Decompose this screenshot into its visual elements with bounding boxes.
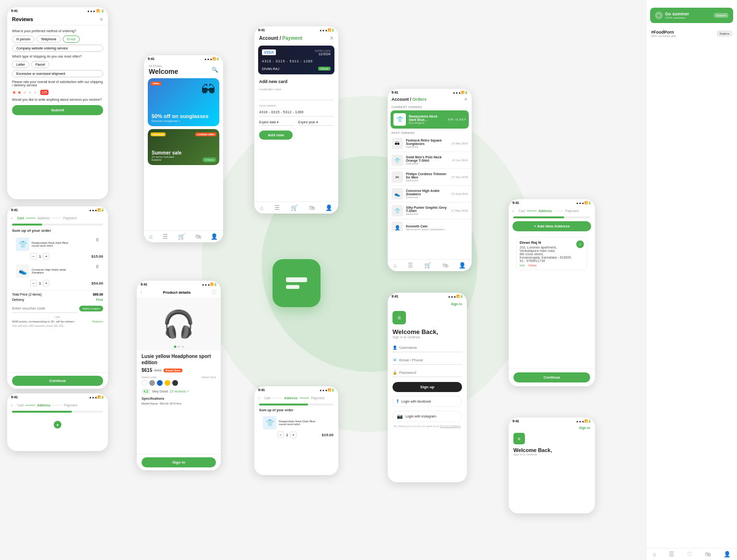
rp-list-icon[interactable]: ☰ [669, 551, 674, 558]
payment-list-icon[interactable]: ☰ [274, 204, 280, 211]
address-edit-link[interactable]: Edit [520, 264, 524, 267]
signin-title: Welcome Back, [392, 328, 462, 335]
search-icon[interactable]: 🔍 [212, 67, 218, 73]
product-reviews-link[interactable]: 23 reviews > [170, 390, 189, 393]
option-parcel[interactable]: Parcel [31, 61, 49, 68]
model-label: Model Name [142, 402, 158, 405]
payment-bag-icon[interactable]: 🛍 [309, 204, 315, 211]
cardholder-input[interactable] [259, 92, 333, 100]
orders-cart-icon[interactable]: 🛒 [424, 262, 431, 269]
star2: ★ [17, 90, 22, 95]
signin2-link[interactable]: Sign in [579, 426, 590, 429]
signin-link[interactable]: Sign in [451, 302, 462, 306]
payment-cart-icon[interactable]: 🛒 [291, 204, 298, 211]
current-order-item[interactable]: 👕 Rawpockets Neck Dark Blue... Not shipp… [391, 110, 469, 129]
swatch-yellow[interactable] [165, 380, 170, 386]
cart-continue-button[interactable]: Continue [12, 376, 103, 386]
order-item-1[interactable]: 🕶 Fastrack Retro Square Sunglasses Deliv… [388, 135, 472, 152]
cart-nav-icon[interactable]: 🛒 [178, 233, 185, 240]
rp-heart-icon[interactable]: ♡ [687, 551, 692, 558]
remove-item-2[interactable]: 🗑 [95, 264, 99, 269]
cart2-summary-label: Sum up of your order [259, 408, 333, 412]
option-excessive[interactable]: Excessive or oversized shipment [12, 70, 103, 77]
add-now-button[interactable]: Add now [259, 131, 293, 140]
password-input[interactable] [399, 369, 462, 377]
profile-nav-icon[interactable]: 👤 [211, 233, 218, 240]
remove-item-1[interactable]: 🗑 [95, 238, 99, 242]
cart2-qty-dec[interactable]: − [277, 431, 284, 438]
expire-year-select[interactable]: Expire year ▾ [298, 120, 334, 126]
orders-profile-icon[interactable]: 👤 [459, 262, 466, 269]
orders-close-icon[interactable]: ✕ [464, 97, 468, 102]
banner2-cta[interactable]: Explore [152, 158, 181, 161]
instagram-login-button[interactable]: 📷 Login with instagram [392, 411, 462, 422]
cart-back-icon[interactable]: ‹ [11, 216, 12, 221]
product-signin-button[interactable]: Sign in [142, 457, 216, 467]
product-heart-icon[interactable]: ♡ [212, 289, 217, 296]
redeem-link[interactable]: Redeem [92, 320, 103, 323]
option-letter[interactable]: Letter [12, 61, 29, 68]
expire-year-label: Expire year [298, 120, 315, 124]
signup-button[interactable]: Sign up [392, 382, 462, 392]
cart2-back-icon[interactable]: ‹ [258, 396, 260, 401]
address-continue-button[interactable]: Continue [513, 372, 590, 382]
expire-date-select[interactable]: Expire date ▾ [259, 120, 295, 126]
option-company-website[interactable]: Company website ordering service [12, 45, 103, 52]
cart3-status-bar: 9:41 ▲▲▲📶🔋 [7, 393, 108, 400]
cart3-back-icon[interactable]: ‹ [11, 403, 12, 408]
list-nav-icon[interactable]: ☰ [163, 233, 168, 240]
terms-link[interactable]: Terms & Conditions [440, 425, 461, 428]
order-item-5[interactable]: 👕 Silly Punter Graphic Grey T-Shirt Deli… [388, 203, 472, 219]
cart2-qty-inc[interactable]: + [290, 431, 297, 438]
order-item-4[interactable]: 👟 Converse High Ankle Sneakers Delivered… [388, 186, 472, 203]
email-input[interactable] [399, 356, 462, 364]
payment-profile-icon[interactable]: 👤 [325, 204, 333, 211]
orders-time: 9:41 [392, 91, 398, 94]
apply-coupon-button[interactable]: Apply coupon [79, 306, 103, 311]
card-number-input[interactable] [259, 108, 333, 117]
facebook-login-button[interactable]: f Login with facebook [392, 396, 462, 407]
order-item-6[interactable]: 👤 Kenneth Cain Nemo enim ipsam-voluptate… [388, 219, 472, 231]
qty-dec-2[interactable]: − [30, 280, 37, 286]
orders-list-icon[interactable]: ☰ [408, 262, 413, 269]
username-input[interactable] [399, 344, 462, 352]
swatch-white[interactable] [142, 380, 147, 386]
address-delete-link[interactable]: Delete [528, 264, 536, 267]
product-back-icon[interactable]: ‹ [141, 290, 142, 295]
payment-title-colored: Payment [282, 36, 302, 41]
payment-close-icon[interactable]: ✕ [330, 36, 333, 41]
orders-bag-icon[interactable]: 🛍 [442, 262, 448, 269]
reviews-screen: 9:41 ▲▲▲ 📶 🔋 Reviews ✕ What is your pref… [7, 7, 108, 199]
banner1-cta[interactable]: Discover sunglasses > [152, 119, 209, 122]
orders-home-icon[interactable]: ⌂ [393, 262, 396, 269]
order-item-2[interactable]: 👕 Solid Men's Polo Neck Orange T-Shirt D… [388, 152, 472, 169]
signin-subtitle: Sign in to continue [392, 335, 462, 339]
rp-profile-icon[interactable]: 👤 [724, 551, 731, 558]
order-item-3[interactable]: ✂ Philips Cordless Trimmer for Men Deliv… [388, 169, 472, 186]
option-email[interactable]: Email [63, 36, 80, 43]
voucher-input[interactable] [12, 304, 77, 313]
reviews-submit-button[interactable]: Submit [12, 105, 103, 115]
home-nav-icon[interactable]: ⌂ [149, 233, 152, 240]
add-address-button[interactable]: + Add New Address [512, 221, 591, 231]
swatch-black[interactable] [172, 380, 178, 386]
qty-inc-1[interactable]: + [43, 253, 49, 260]
signin2-title: Welcome Back, [513, 447, 590, 453]
address-actions: Edit Delete [520, 264, 584, 267]
bag-nav-icon[interactable]: 🛍 [195, 233, 201, 240]
address-back-icon[interactable]: ‹ [512, 209, 514, 214]
swatch-gray[interactable] [149, 380, 155, 386]
food-porn-explore[interactable]: Explore [717, 31, 732, 36]
swatch-blue[interactable] [157, 380, 163, 386]
qty-dec-1[interactable]: − [30, 253, 37, 260]
option-telephone[interactable]: Telephone [36, 36, 60, 43]
go-summer-explore[interactable]: Explore [714, 13, 728, 18]
cart-status-bar: 9:41 ▲▲▲📶🔋 [7, 206, 108, 213]
qty-inc-2[interactable]: + [43, 280, 49, 286]
reviews-close-icon[interactable]: ✕ [99, 17, 103, 22]
rp-bag-icon[interactable]: 🛍 [705, 551, 711, 558]
rp-home-icon[interactable]: ⌂ [653, 551, 656, 558]
qty-2: 1 [39, 281, 41, 286]
option-in-person[interactable]: In person [12, 36, 35, 43]
payment-home-icon[interactable]: ⌂ [260, 204, 263, 211]
